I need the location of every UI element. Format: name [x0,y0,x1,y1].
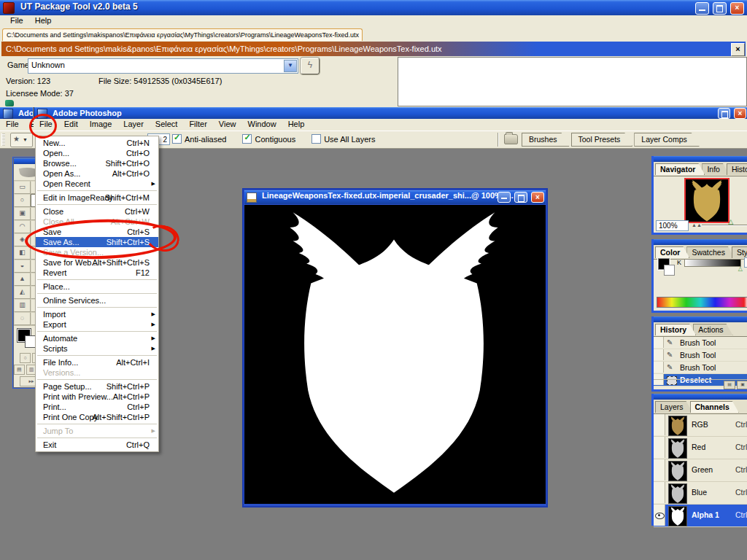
ut-titlebar[interactable]: UT Package Tool v2.0 beta 5 × [0,0,747,17]
notes-tool[interactable]: ▥ [14,299,31,312]
palette-titlebar[interactable] [654,156,747,162]
magic-wand-tool-indicator[interactable]: ★▼ [10,133,33,147]
options-checkbox[interactable]: Contiguous [242,135,295,144]
file-menu-item[interactable]: Import ▶ [36,309,158,319]
game-dropdown[interactable]: Unknown ▼ [28,58,298,74]
palette-tab[interactable]: Swatches [686,246,735,258]
file-menu-item[interactable]: Revert F12 [36,268,158,278]
RGB[interactable]: RGB Ctrl [654,414,747,437]
history-source-checkbox[interactable] [654,337,664,348]
close-button[interactable]: × [730,2,744,15]
crop-tool[interactable]: ▣ [14,207,31,220]
file-menu-item[interactable]: Print with Preview... Alt+Ctrl+P [36,392,158,402]
rectangular-marquee-tool[interactable]: ▭ [14,181,31,194]
ut-document-close-button[interactable]: × [731,43,745,56]
new-snapshot-icon[interactable]: ▣ [737,381,747,389]
file-menu-item[interactable]: Open... Ctrl+O [36,148,158,158]
close-button[interactable]: × [734,108,746,119]
visibility-cell[interactable] [654,482,665,503]
palette-titlebar[interactable] [654,239,747,245]
image-canvas[interactable] [244,205,546,504]
maximize-button[interactable] [514,192,527,203]
navigator-thumbnail[interactable] [684,178,729,223]
menu-item[interactable]: Image [84,119,118,130]
history-state-row[interactable]: Brush Tool [654,362,747,374]
menu-item[interactable]: Help [282,119,311,130]
hand-tool[interactable]: ◌ [14,312,31,325]
file-browser-icon[interactable] [504,134,518,144]
file-menu-item[interactable]: Save a Version... [36,247,158,257]
history-source-checkbox[interactable] [654,349,664,360]
palette-tab[interactable]: Histogram [727,163,747,175]
clone-stamp-tool[interactable]: ◈ [14,233,31,246]
blur-tool[interactable]: ◒ [14,260,31,273]
palette-tab[interactable]: Color [655,246,689,258]
checkbox-icon[interactable] [242,134,252,144]
visibility-cell[interactable] [654,505,665,526]
menu-item[interactable]: Window [242,119,282,130]
file-menu-item[interactable]: Close Ctrl+W [36,206,158,217]
restore-button[interactable] [713,2,727,15]
close-button[interactable]: × [531,192,544,203]
restore-button[interactable] [718,108,730,119]
zoom-out-icon[interactable]: ▲▲ [692,222,702,228]
menu-item[interactable]: Layer [117,119,150,130]
ut-menu-item[interactable]: File [4,15,29,26]
menu-item[interactable]: Edit [58,119,84,130]
file-menu-item[interactable]: Save As... Shift+Ctrl+S [36,237,158,247]
new-document-from-state-icon[interactable]: ▤ [724,381,735,389]
Alpha 1[interactable]: Alpha 1 Ctrl [654,505,747,527]
Blue[interactable]: Blue Ctrl [654,482,747,505]
zoom-slider[interactable]: △ [702,225,747,225]
ut-package-list-pane[interactable] [398,57,747,106]
file-menu-item[interactable]: Exit Ctrl+Q [36,440,158,450]
history-source-checkbox[interactable] [654,362,664,373]
file-menu-item[interactable]: Edit in ImageReady Shift+Ctrl+M [36,192,158,203]
palette-tab[interactable]: Layers [655,401,693,413]
file-menu-item[interactable]: Place... [36,281,158,292]
palette-tab[interactable]: Actions [693,324,732,335]
file-menu-item[interactable]: Scripts ▶ [36,343,158,354]
file-menu-item[interactable]: Page Setup... Shift+Ctrl+P [36,381,158,392]
visibility-cell[interactable] [654,437,665,458]
menu-item[interactable]: File [0,119,25,130]
palette-titlebar[interactable] [654,394,747,400]
eraser-tool[interactable]: ◧ [14,246,31,260]
file-menu-item[interactable]: File Info... Alt+Ctrl+I [36,357,158,368]
Green[interactable]: Green Ctrl [654,459,747,482]
k-slider-marker[interactable]: △ [738,265,743,272]
chevron-down-icon[interactable]: ▼ [284,60,297,72]
pen-tool[interactable]: ◭ [14,286,31,299]
menu-item[interactable]: Edit [25,119,34,130]
palette-tab[interactable]: Styles [732,246,747,258]
healing-brush-tool[interactable]: ◠ [14,220,31,233]
menu-item[interactable]: File [34,119,58,130]
file-menu-item[interactable]: Automate ▶ [36,333,158,343]
minimize-button[interactable] [695,2,709,15]
k-value-field[interactable] [744,257,747,268]
ut-file-tab[interactable]: C:\Documents and Settings\makispanos\Επι… [2,28,363,41]
file-menu-item[interactable]: New... Ctrl+N [36,138,158,148]
photoshop-background-titlebar[interactable]: Adob [0,107,34,120]
palette-tab[interactable]: History [655,324,696,335]
file-menu-item[interactable]: Export ▶ [36,319,158,330]
file-menu-item[interactable]: Open As... Alt+Ctrl+O [36,168,158,179]
file-menu-item[interactable]: Print... Ctrl+P [36,402,158,412]
file-menu-item[interactable]: Versions... [36,368,158,378]
visibility-cell[interactable] [654,459,665,481]
standard-screen-button[interactable]: ▤ [14,365,25,375]
palette-tab[interactable]: Channels [690,401,739,413]
color-spectrum-ramp[interactable] [657,297,747,308]
file-menu-item[interactable]: Jump To ▶ [36,426,158,436]
zoom-percentage-field[interactable]: 100% [656,220,689,231]
options-checkbox[interactable]: Use All Layers [311,135,375,144]
document-titlebar[interactable]: LineageWeaponsTex-fixed.utx-imperial_cru… [244,190,546,204]
options-bar-grip[interactable] [1,133,5,146]
background-color-swatch[interactable] [664,265,675,276]
detect-game-button[interactable]: ϟ [301,58,320,74]
visibility-cell[interactable] [654,414,665,435]
minimize-button[interactable] [498,192,511,203]
checkbox-icon[interactable] [172,134,182,144]
options-checkbox[interactable]: Anti-aliased [172,135,226,144]
file-menu-item[interactable]: Online Services... [36,295,158,306]
